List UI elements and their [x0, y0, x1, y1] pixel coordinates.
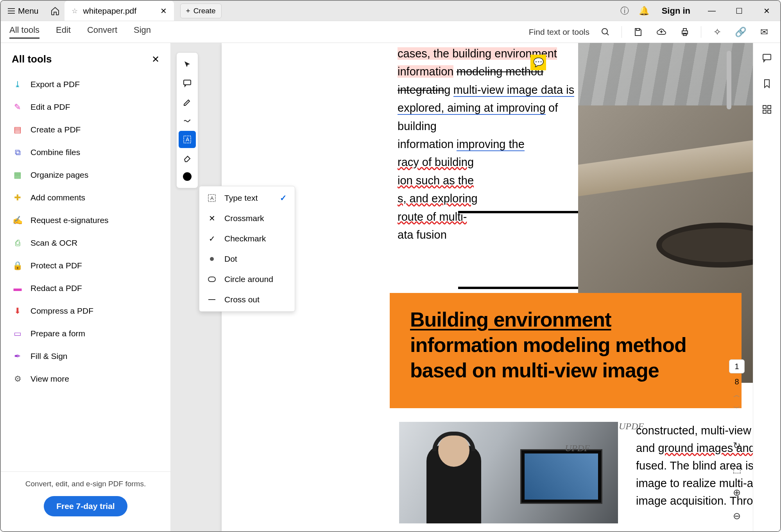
updf-watermark: UPDF	[565, 443, 590, 453]
fit-page-icon[interactable]: ⬚	[729, 462, 744, 477]
divider	[701, 26, 701, 38]
sidebar-item-prepare-a-form[interactable]: ▭Prepare a form	[1, 322, 170, 345]
dropdown-item-crossmark[interactable]: ✕Crossmark	[199, 208, 295, 229]
scrollbar-thumb[interactable]	[727, 51, 731, 109]
dropdown-item-circle-around[interactable]: Circle around	[199, 269, 295, 289]
sidebar-item-export-a-pdf[interactable]: ⤓Export a PDF	[1, 73, 170, 96]
tool-label: Create a PDF	[30, 125, 81, 134]
sidebar-item-organize-pages[interactable]: ▦Organize pages	[1, 164, 170, 186]
signin-button[interactable]: Sign in	[654, 6, 698, 16]
dropdown-item-label: Circle around	[224, 275, 273, 284]
sidebar-item-protect-a-pdf[interactable]: 🔒Protect a PDF	[1, 254, 170, 277]
tool-icon: ✍	[12, 214, 23, 226]
svg-rect-16	[768, 110, 771, 113]
tab-sign[interactable]: Sign	[134, 25, 151, 39]
lower-image	[399, 422, 618, 523]
pdf-page[interactable]: cases, the building environment informat…	[222, 43, 753, 531]
divider	[622, 26, 622, 38]
sidebar-item-request-e-signatures[interactable]: ✍Request e-signatures	[1, 209, 170, 232]
dropdown-item-icon: A	[207, 194, 217, 202]
sidebar-item-add-comments[interactable]: ✚Add comments	[1, 186, 170, 209]
dropdown-item-label: Type text	[224, 193, 258, 203]
menu-button[interactable]: Menu	[1, 1, 46, 21]
rotate-icon[interactable]: ↻	[729, 438, 744, 453]
page-indicator: 1 8 ︿ ﹀	[727, 359, 747, 413]
save-icon[interactable]	[631, 25, 645, 39]
sidebar-item-redact-a-pdf[interactable]: ▬Redact a PDF	[1, 277, 170, 300]
close-tab-icon[interactable]: ✕	[160, 6, 167, 16]
create-button[interactable]: + Create	[180, 4, 222, 18]
mail-icon[interactable]: ✉	[757, 25, 772, 39]
minimize-button[interactable]: ―	[698, 1, 725, 21]
zoom-in-icon[interactable]: ⊕	[729, 485, 744, 500]
dropdown-item-icon: ✕	[207, 214, 217, 223]
link-icon[interactable]: 🔗	[733, 25, 748, 39]
title-bar: Menu ☆ whitepaper.pdf ✕ + Create ⓘ 🔔 Sig…	[1, 1, 780, 21]
find-label[interactable]: Find text or tools	[529, 27, 589, 37]
home-button[interactable]	[46, 1, 64, 21]
dropdown-item-dot[interactable]: Dot	[199, 249, 295, 269]
sidebar-item-combine-files[interactable]: ⧉Combine files	[1, 141, 170, 164]
maximize-button[interactable]: ☐	[725, 1, 753, 21]
select-tool[interactable]	[179, 56, 196, 73]
canvas-area: A AType text✓✕Crossmark✓CheckmarkDotCirc…	[171, 43, 753, 531]
sidebar-item-edit-a-pdf[interactable]: ✎Edit a PDF	[1, 96, 170, 118]
tab-all-tools[interactable]: All tools	[9, 25, 39, 39]
wavy-text: racy of building	[398, 156, 474, 168]
svg-line-1	[607, 33, 609, 35]
color-dot[interactable]	[183, 172, 192, 181]
sticky-note-icon[interactable]: 💬	[530, 55, 546, 70]
secondbar-tabs: All tools Edit Convert Sign	[9, 25, 151, 39]
file-tab[interactable]: ☆ whitepaper.pdf ✕	[64, 1, 174, 21]
comment-tool[interactable]	[179, 75, 196, 92]
zoom-out-icon[interactable]: ⊖	[729, 509, 744, 523]
draw-tool[interactable]	[179, 112, 196, 129]
tool-label: Scan & OCR	[30, 238, 77, 248]
current-page-input[interactable]: 1	[729, 359, 745, 373]
highlight-tool[interactable]	[179, 93, 196, 111]
sidebar-title: All tools	[12, 53, 52, 65]
main-area: All tools ✕ ⤓Export a PDF✎Edit a PDF▤Cre…	[1, 43, 780, 531]
tool-icon: ▭	[12, 328, 23, 339]
cloud-icon[interactable]	[654, 25, 669, 39]
print-icon[interactable]	[677, 25, 692, 39]
orange-title-text: Building environment information modelin…	[410, 307, 721, 383]
tool-icon: ✒	[12, 350, 23, 362]
tool-icon: ✚	[12, 192, 23, 204]
dropdown-item-checkmark[interactable]: ✓Checkmark	[199, 229, 295, 249]
bookmarks-panel-icon[interactable]	[760, 77, 774, 91]
help-icon[interactable]: ⓘ	[615, 1, 634, 21]
tool-label: Fill & Sign	[30, 352, 68, 361]
tab-convert[interactable]: Convert	[87, 25, 117, 39]
erase-tool[interactable]	[179, 150, 196, 167]
sidebar-item-view-more[interactable]: ⚙View more	[1, 368, 170, 390]
sidebar-item-create-a-pdf[interactable]: ▤Create a PDF	[1, 118, 170, 141]
search-icon[interactable]	[598, 25, 613, 39]
dropdown-item-label: Checkmark	[224, 234, 266, 243]
comments-panel-icon[interactable]	[760, 51, 774, 65]
second-toolbar: All tools Edit Convert Sign Find text or…	[1, 21, 780, 43]
hamburger-icon	[8, 8, 15, 14]
sidebar-close-icon[interactable]: ✕	[152, 54, 159, 65]
sidebar-item-fill-sign[interactable]: ✒Fill & Sign	[1, 345, 170, 368]
sidebar-item-scan-ocr[interactable]: ⎙Scan & OCR	[1, 232, 170, 254]
dropdown-item-type-text[interactable]: AType text✓	[199, 188, 295, 208]
star-icon[interactable]: ☆	[72, 7, 78, 15]
ai-icon[interactable]: ✧	[710, 25, 725, 39]
bottom-zoom-tools: ↻ ⬚ ⊕ ⊖	[727, 438, 747, 523]
page-down-button[interactable]: ﹀	[733, 403, 740, 413]
tool-icon: ✎	[12, 101, 23, 113]
tab-edit[interactable]: Edit	[56, 25, 71, 39]
dropdown-item-cross-out[interactable]: Cross out	[199, 289, 295, 310]
text-tool[interactable]: A	[179, 131, 196, 148]
bell-icon[interactable]: 🔔	[634, 1, 654, 21]
sidebar-item-compress-a-pdf[interactable]: ⬇Compress a PDF	[1, 300, 170, 322]
dropdown-item-label: Crossmark	[224, 214, 264, 223]
tool-label: Prepare a form	[30, 329, 85, 338]
page-up-button[interactable]: ︿	[733, 390, 740, 400]
trial-button[interactable]: Free 7-day trial	[44, 496, 127, 516]
footer-text: Convert, edit, and e-sign PDF forms.	[12, 480, 159, 488]
dropdown-item-label: Cross out	[224, 295, 260, 304]
thumbnails-panel-icon[interactable]	[760, 102, 774, 116]
close-button[interactable]: ✕	[753, 1, 780, 21]
